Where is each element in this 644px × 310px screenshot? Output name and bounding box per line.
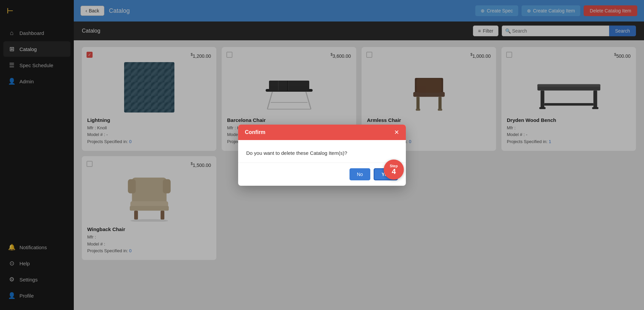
modal-body: Do you want to delete these Catalog Item…: [238, 140, 406, 163]
step-number: 4: [392, 168, 396, 175]
yes-button[interactable]: Yes Step 4: [374, 168, 398, 180]
step-badge: Step 4: [384, 160, 404, 180]
modal-header: Confirm ✕: [238, 125, 406, 140]
confirm-modal: Confirm ✕ Do you want to delete these Ca…: [238, 125, 406, 186]
modal-title: Confirm: [245, 129, 265, 135]
modal-body-text: Do you want to delete these Catalog Item…: [246, 150, 347, 156]
modal-overlay[interactable]: Confirm ✕ Do you want to delete these Ca…: [0, 0, 644, 310]
modal-close-button[interactable]: ✕: [394, 129, 399, 135]
no-button[interactable]: No: [350, 168, 370, 180]
modal-footer: No Yes Step 4: [238, 163, 406, 186]
